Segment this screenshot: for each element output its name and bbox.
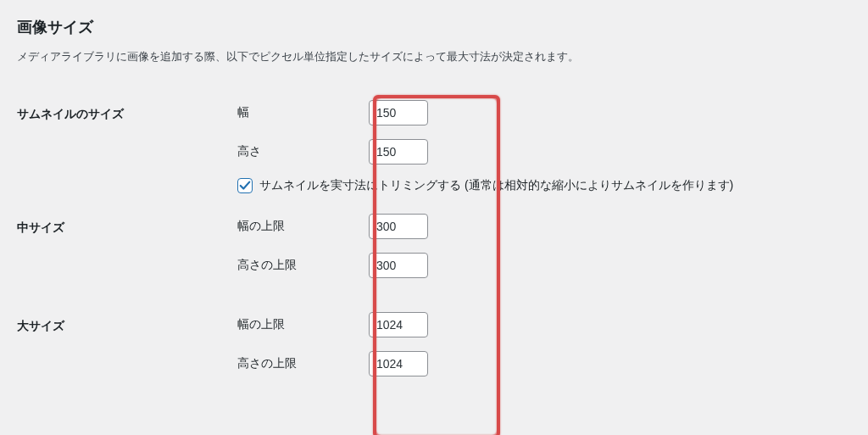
medium-width-label: 幅の上限 — [237, 219, 369, 234]
thumbnail-height-label: 高さ — [237, 144, 369, 159]
large-height-label: 高さの上限 — [237, 356, 369, 371]
medium-size-heading: 中サイズ — [17, 204, 229, 302]
section-description: メディアライブラリに画像を追加する際、以下でピクセル単位指定したサイズによって最… — [17, 49, 851, 64]
large-width-input[interactable] — [369, 312, 428, 337]
thumbnail-crop-label: サムネイルを実寸法にトリミングする (通常は相対的な縮小によりサムネイルを作りま… — [259, 178, 733, 193]
section-title: 画像サイズ — [17, 17, 851, 37]
large-size-heading: 大サイズ — [17, 302, 229, 400]
medium-width-input[interactable] — [369, 214, 428, 239]
thumbnail-width-input[interactable] — [369, 100, 428, 125]
medium-height-input[interactable] — [369, 253, 428, 278]
thumbnail-size-heading: サムネイルのサイズ — [17, 90, 229, 204]
thumbnail-height-input[interactable] — [369, 139, 428, 165]
large-height-input[interactable] — [369, 351, 428, 376]
thumbnail-width-label: 幅 — [237, 105, 369, 120]
thumbnail-crop-checkbox[interactable] — [237, 178, 253, 193]
medium-height-label: 高さの上限 — [237, 258, 369, 273]
check-icon — [239, 180, 251, 192]
large-width-label: 幅の上限 — [237, 317, 369, 332]
